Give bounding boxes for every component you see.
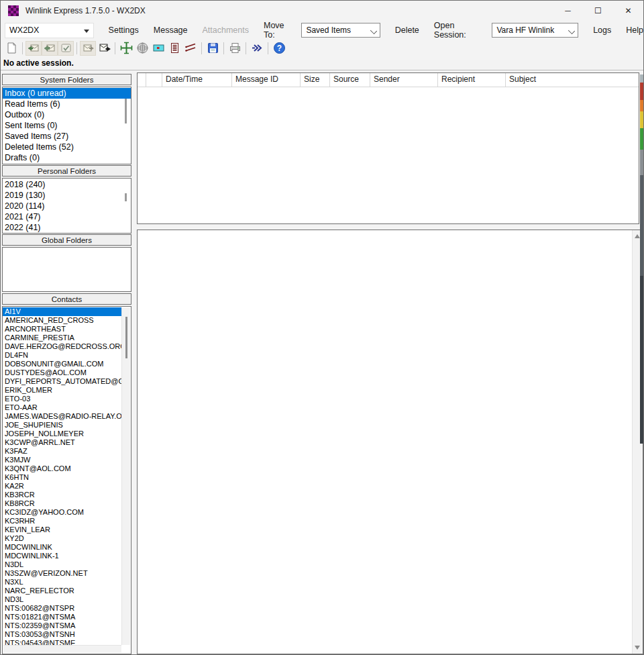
window-controls: ─ ☐ ✕: [553, 1, 643, 21]
contact-item[interactable]: DYFI_REPORTS_AUTOMATED@G: [3, 377, 122, 386]
contact-item[interactable]: ND3L: [3, 595, 122, 604]
folder-item-read[interactable]: Read Items (6): [3, 99, 131, 109]
folder-item-2018[interactable]: 2018 (240): [3, 179, 131, 190]
title-bar[interactable]: Winlink Express 1.7.5.0 - WX2DX ─ ☐ ✕: [1, 1, 643, 21]
contact-item[interactable]: KY2D: [3, 534, 122, 543]
contact-item[interactable]: JOE_SHUPIENIS: [3, 421, 122, 430]
minimize-button[interactable]: ─: [553, 1, 583, 21]
column-sender[interactable]: Sender: [370, 73, 438, 87]
contact-item[interactable]: NTS:00682@NTSPR: [3, 604, 122, 613]
move-to-select[interactable]: Saved Items: [301, 23, 380, 38]
contact-item[interactable]: NTS:01821@NTSMA: [3, 613, 122, 621]
column-message-id[interactable]: Message ID: [232, 73, 301, 87]
maximize-button[interactable]: ☐: [583, 1, 613, 21]
scrollbar-thumb[interactable]: [125, 317, 127, 358]
contact-item[interactable]: KC3RHR: [3, 517, 122, 525]
save-button[interactable]: [205, 41, 221, 56]
contact-item[interactable]: K3MJW: [3, 456, 122, 464]
message-list-body[interactable]: [138, 87, 639, 224]
contact-item[interactable]: DL4FN: [3, 351, 122, 360]
menu-logs[interactable]: Logs: [593, 26, 611, 35]
new-message-icon: [5, 41, 19, 55]
radio-antenna-button[interactable]: [182, 41, 199, 56]
help-button[interactable]: ?: [271, 41, 287, 56]
scrollbar-thumb[interactable]: [125, 99, 127, 123]
folder-item-sent[interactable]: Sent Items (0): [3, 120, 131, 131]
column-datetime[interactable]: Date/Time: [162, 73, 232, 87]
contact-item[interactable]: KC3IDZ@YAHOO.COM: [3, 508, 122, 517]
column-icon[interactable]: [138, 73, 146, 87]
internet-globe-button[interactable]: [134, 41, 150, 56]
contact-item[interactable]: NARC_REFLECTOR: [3, 587, 122, 595]
contact-item[interactable]: AI1V: [3, 307, 122, 316]
contact-item[interactable]: N3XL: [3, 578, 122, 587]
contact-item[interactable]: N3SZW@VERIZON.NET: [3, 569, 122, 578]
new-message-button[interactable]: [3, 41, 19, 56]
auto-session-button[interactable]: [249, 41, 265, 56]
contact-item[interactable]: KB3RCR: [3, 491, 122, 499]
accept-message-button[interactable]: [58, 41, 74, 56]
message-preview-pane[interactable]: [137, 230, 643, 654]
contact-item[interactable]: JAMES.WADES@RADIO-RELAY.ORG: [3, 412, 122, 421]
folder-item-saved[interactable]: Saved Items (27): [3, 131, 131, 142]
open-session-select[interactable]: Vara HF Winlink: [492, 23, 578, 38]
move-item-button[interactable]: [118, 41, 134, 56]
contact-item[interactable]: KEVIN_LEAR: [3, 525, 122, 534]
menu-help[interactable]: Help: [626, 26, 643, 35]
folder-item-2021[interactable]: 2021 (47): [3, 211, 131, 222]
chevron-down-icon: [370, 28, 377, 34]
folder-item-2019[interactable]: 2019 (130): [3, 190, 131, 201]
scroll-down-icon[interactable]: [635, 646, 640, 650]
contact-item[interactable]: ARCNORTHEAST: [3, 325, 122, 334]
contact-item[interactable]: KA2R: [3, 482, 122, 491]
contacts-vertical-scrollbar[interactable]: [121, 307, 130, 645]
contact-item[interactable]: ETO-03: [3, 395, 122, 403]
folder-item-drafts[interactable]: Drafts (0): [3, 152, 131, 163]
contact-item[interactable]: DUSTYDES@AOL.COM: [3, 368, 122, 377]
contact-item[interactable]: ETO-AAR: [3, 403, 122, 412]
contact-item[interactable]: NTS:02359@NTSMA: [3, 621, 122, 630]
folder-item-2020[interactable]: 2020 (114): [3, 201, 131, 211]
forward-message-button[interactable]: [80, 41, 96, 56]
menu-message[interactable]: Message: [154, 26, 188, 35]
callsign-select[interactable]: WX2DX: [5, 23, 94, 38]
contact-item[interactable]: K3QNT@AOL.COM: [3, 464, 122, 473]
column-subject[interactable]: Subject: [506, 73, 639, 87]
folder-item-outbox[interactable]: Outbox (0): [3, 109, 131, 120]
contact-item[interactable]: MDCWINLINK-1: [3, 552, 122, 560]
message-log-button[interactable]: [166, 41, 182, 56]
send-message-button[interactable]: [96, 41, 112, 56]
folder-item-2022[interactable]: 2022 (41): [3, 222, 131, 233]
folder-item-deleted[interactable]: Deleted Items (52): [3, 142, 131, 152]
contact-item[interactable]: JOSEPH_NOLLMEYER: [3, 430, 122, 438]
column-source[interactable]: Source: [330, 73, 370, 87]
contact-item[interactable]: ERIK_OLMER: [3, 386, 122, 395]
contact-item[interactable]: K3CWP@ARRL.NET: [3, 438, 122, 447]
telnet-session-button[interactable]: [150, 41, 166, 56]
contact-item[interactable]: MDCWINLINK: [3, 543, 122, 552]
column-flag[interactable]: [146, 73, 162, 87]
toolbar-separator: [223, 42, 224, 54]
column-recipient[interactable]: Recipient: [438, 73, 506, 87]
print-button[interactable]: [227, 41, 243, 56]
contact-item[interactable]: DOBSONUNIT@GMAIL.COM: [3, 360, 122, 368]
contact-item[interactable]: AMERICAN_RED_CROSS: [3, 316, 122, 325]
contact-item[interactable]: DAVE.HERZOG@REDCROSS.ORG: [3, 342, 122, 351]
contact-item[interactable]: K3FAZ: [3, 447, 122, 456]
contact-item[interactable]: K6HTN: [3, 473, 122, 482]
open-message-button[interactable]: [25, 41, 42, 56]
contact-item[interactable]: NTS:03053@NTSNH: [3, 630, 122, 639]
menu-delete[interactable]: Delete: [395, 26, 419, 35]
contacts-horizontal-scrollbar[interactable]: [3, 645, 121, 653]
scroll-up-icon[interactable]: [635, 234, 640, 238]
contact-item[interactable]: KB8RCR: [3, 499, 122, 508]
folder-item-inbox[interactable]: Inbox (0 unread): [3, 88, 131, 99]
close-button[interactable]: ✕: [613, 1, 643, 21]
menu-settings[interactable]: Settings: [109, 26, 139, 35]
personal-folders-list: 2018 (240) 2019 (130) 2020 (114) 2021 (4…: [2, 178, 131, 234]
contact-item[interactable]: N3DL: [3, 560, 122, 569]
read-message-button[interactable]: [42, 41, 58, 56]
column-size[interactable]: Size: [301, 73, 330, 87]
contact-item[interactable]: CARMINE_PRESTIA: [3, 334, 122, 342]
scrollbar-thumb[interactable]: [125, 193, 127, 201]
